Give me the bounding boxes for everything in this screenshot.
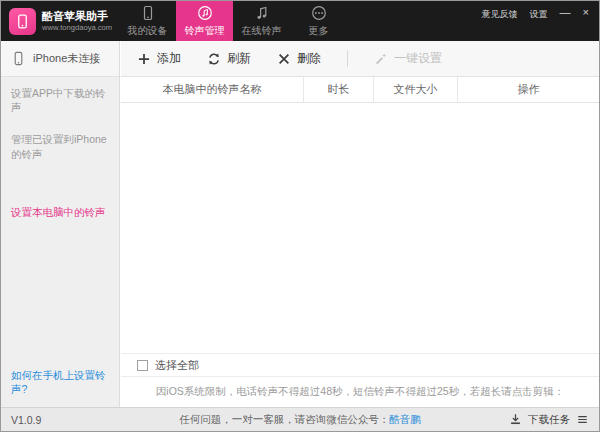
delete-label: 删除 — [297, 50, 321, 67]
how-to-set-ringtone-link[interactable]: 如何在手机上设置铃声? — [11, 369, 119, 397]
delete-button[interactable]: 删除 — [277, 50, 321, 67]
tab-online-ringtones[interactable]: 在线铃声 — [233, 1, 290, 41]
sidebar: iPhone未连接 设置APP中下载的铃声 管理已设置到iPhone的铃声 设置… — [1, 41, 120, 407]
header-file-size: 文件大小 — [373, 77, 457, 102]
one-key-set-button[interactable]: 一键设置 — [374, 50, 442, 67]
connection-label: iPhone未连接 — [33, 51, 100, 66]
app-name: 酷音苹果助手 — [42, 10, 116, 24]
table-header: 本电脑中的铃声名称 时长 文件大小 操作 — [121, 77, 599, 103]
support-text: 任何问题，一对一客服，请咨询微信公众号： — [179, 413, 389, 425]
tab-label: 在线铃声 — [242, 24, 282, 38]
tab-ringtone-management[interactable]: 铃声管理 — [176, 1, 233, 41]
sidebar-item-manage-iphone-ringtones[interactable]: 管理已设置到iPhone的铃声 — [1, 123, 119, 169]
feedback-link[interactable]: 意见反馈 — [482, 8, 518, 21]
sidebar-item-local-pc-ringtones[interactable]: 设置本电脑中的铃声 — [1, 196, 119, 228]
titlebar-right: 意见反馈 设置 — × — [482, 1, 599, 41]
x-icon — [277, 52, 291, 66]
device-icon — [140, 5, 156, 21]
download-tasks-label: 下载任务 — [528, 413, 570, 427]
one-key-set-label: 一键设置 — [394, 50, 442, 67]
ringtone-icon — [197, 5, 213, 21]
select-all-checkbox[interactable] — [137, 360, 148, 371]
app-website: www.tongdaoya.com — [42, 24, 112, 33]
iphone-connection-status: iPhone未连接 — [1, 41, 119, 77]
select-all-row: 选择全部 — [121, 353, 599, 376]
music-note-icon — [254, 5, 270, 21]
tab-more[interactable]: 更多 — [290, 1, 347, 41]
refresh-icon — [207, 52, 221, 66]
app-title-block: 酷音苹果助手 www.tongdaoya.com — [42, 10, 116, 33]
header-duration: 时长 — [303, 77, 373, 102]
header-action: 操作 — [457, 77, 599, 102]
wechat-account-link[interactable]: 酷音鹏 — [389, 413, 421, 425]
main-nav: 我的设备 铃声管理 在线铃声 更多 — [119, 1, 347, 41]
close-button[interactable]: × — [583, 8, 589, 17]
tab-label: 我的设备 — [128, 24, 168, 38]
app-logo-icon — [9, 8, 36, 35]
header-ringtone-name: 本电脑中的铃声名称 — [121, 77, 303, 102]
tab-label: 更多 — [309, 24, 329, 38]
plus-icon — [137, 52, 151, 66]
tab-label: 铃声管理 — [185, 24, 225, 38]
statusbar: V1.0.9 任何问题，一对一客服，请咨询微信公众号：酷音鹏 下载任务 — [1, 407, 599, 431]
version-label: V1.0.9 — [1, 414, 91, 426]
select-all-label: 选择全部 — [155, 358, 199, 373]
more-icon — [311, 5, 327, 21]
ios-limit-notice: 因iOS系统限制，电话铃声不得超过48秒，短信铃声不得超过25秒，若超长请点击剪… — [121, 376, 599, 407]
refresh-button[interactable]: 刷新 — [207, 50, 251, 67]
task-list-icon[interactable] — [576, 413, 589, 426]
magic-wand-icon — [374, 52, 388, 66]
download-icon — [509, 413, 522, 426]
sidebar-item-app-downloaded-ringtones[interactable]: 设置APP中下载的铃声 — [1, 77, 119, 123]
phone-icon — [11, 51, 26, 66]
app-logo: 酷音苹果助手 www.tongdaoya.com — [1, 1, 119, 41]
add-button[interactable]: 添加 — [137, 50, 181, 67]
tab-my-devices[interactable]: 我的设备 — [119, 1, 176, 41]
refresh-label: 刷新 — [227, 50, 251, 67]
download-tasks[interactable]: 下载任务 — [509, 413, 599, 427]
settings-link[interactable]: 设置 — [530, 8, 548, 21]
app-window: 酷音苹果助手 www.tongdaoya.com 我的设备 铃声管理 — [0, 0, 600, 432]
toolbar-separator — [347, 50, 348, 67]
main-panel: 添加 刷新 删除 一键设置 本电 — [121, 41, 599, 407]
support-info: 任何问题，一对一客服，请咨询微信公众号：酷音鹏 — [91, 413, 509, 427]
toolbar: 添加 刷新 删除 一键设置 — [121, 41, 599, 77]
titlebar: 酷音苹果助手 www.tongdaoya.com 我的设备 铃声管理 — [1, 1, 599, 41]
minimize-button[interactable]: — — [560, 8, 571, 17]
ringtone-list-empty — [121, 103, 599, 353]
add-label: 添加 — [157, 50, 181, 67]
